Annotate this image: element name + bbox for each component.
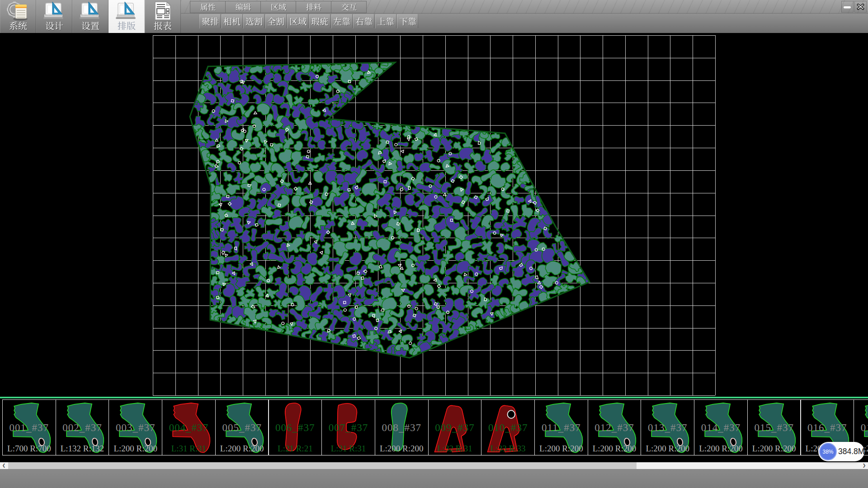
part-thumbnail[interactable]: 012_#37 L:200 R:200 <box>588 399 642 455</box>
part-thumbnail[interactable]: 013_#37 L:200 R:200 <box>641 399 694 455</box>
part-lr-count: L:200 R:200 <box>694 444 747 454</box>
part-label: 016_#37 <box>801 422 854 434</box>
toolbar-button-system[interactable] <box>0 0 36 33</box>
part-thumbnail[interactable]: 006_#37 L:21 R:21 <box>269 399 322 455</box>
status-bar <box>0 469 868 488</box>
memory-badge[interactable]: 38% 384.8M <box>818 442 864 461</box>
part-thumbnail[interactable]: 009_#37 L:32 R:31 <box>428 399 482 455</box>
minimize-icon <box>842 1 853 12</box>
scrollbar-right-arrow[interactable]: ❯ <box>860 462 868 469</box>
action-button-label <box>202 17 219 26</box>
part-thumbnail[interactable]: 001_#37 L:700 R:700 <box>2 399 56 455</box>
part-thumbnail[interactable]: 011_#37 L:200 R:200 <box>534 399 588 455</box>
part-lr-count: L:700 R:700 <box>3 444 56 454</box>
part-thumbnail[interactable]: 005_#37 L:200 R:200 <box>215 399 269 455</box>
action-button-label <box>377 17 394 26</box>
main-toolbar-buttons <box>0 0 181 33</box>
ribbon <box>181 0 868 33</box>
action-button-cut-all[interactable] <box>265 14 287 28</box>
part-thumbnail[interactable]: 014_#37 L:200 R:200 <box>694 399 748 455</box>
part-lr-count: L:200 R:200 <box>216 444 269 454</box>
action-button-label <box>223 17 241 26</box>
settings-icon <box>79 1 102 21</box>
toolbar-button-label <box>9 21 27 30</box>
tab-label <box>341 3 357 11</box>
part-label: 011_#37 <box>535 422 588 434</box>
part-lr-count: L:33 R:33 <box>481 444 534 454</box>
scrollbar-thumb[interactable] <box>8 462 637 469</box>
part-label: 017_#37 <box>854 422 868 434</box>
action-button-snap-up[interactable] <box>375 14 396 28</box>
close-icon <box>855 1 866 12</box>
horizontal-scrollbar[interactable]: ❮ ❯ <box>0 462 868 469</box>
menu-tabs <box>190 1 366 13</box>
part-thumbnail[interactable]: 002_#37 L:132 R:132 <box>56 399 109 455</box>
part-thumbnail[interactable]: 010_#37 L:33 R:33 <box>481 399 535 455</box>
action-button-snap-right[interactable] <box>353 14 374 28</box>
window-controls <box>840 1 867 13</box>
action-button-region[interactable] <box>287 14 308 28</box>
part-thumbnail[interactable]: 007_#37 L:31 R:31 <box>321 399 375 455</box>
part-label: 001_#37 <box>3 422 56 434</box>
part-label: 015_#37 <box>748 422 801 434</box>
part-lr-count: L:132 R:132 <box>56 444 109 454</box>
tab-region[interactable] <box>260 1 296 13</box>
toolbar-button-design[interactable] <box>36 0 72 33</box>
part-thumbnail[interactable]: 003_#37 L:200 R:200 <box>108 399 162 455</box>
part-label: 007_#37 <box>322 422 375 434</box>
part-lr-count: L:200 R:200 <box>588 444 641 454</box>
part-thumbnail[interactable]: 008_#37 L:200 R:200 <box>375 399 429 455</box>
action-button-select-cut[interactable] <box>243 14 264 28</box>
action-button-snap-down[interactable] <box>397 14 418 28</box>
memory-percent-circle: 38% <box>819 443 837 460</box>
menu-tab-row <box>181 0 868 14</box>
action-button-label <box>289 17 307 26</box>
toolbar-button-label <box>45 21 63 30</box>
part-label: 009_#37 <box>429 422 481 434</box>
toolbar-button-label <box>118 21 136 30</box>
design-icon <box>42 1 66 21</box>
part-lr-count: L:200 R:200 <box>535 444 588 454</box>
part-lr-count: L:200 R:200 <box>109 444 162 454</box>
toolbar-button-settings[interactable] <box>72 0 108 33</box>
action-button-defect[interactable] <box>309 14 330 28</box>
part-thumbnail[interactable]: 015_#37 L:200 R:200 <box>747 399 801 455</box>
part-lr-count: L:21 R:21 <box>269 444 322 454</box>
tab-properties[interactable] <box>190 1 226 13</box>
tab-label <box>200 3 216 11</box>
strip-separator-line <box>0 397 868 398</box>
action-button-label <box>355 17 373 26</box>
part-lr-count: L:32 R:31 <box>429 444 481 454</box>
layout-icon <box>115 1 138 21</box>
toolbar-button-label <box>154 21 172 30</box>
part-lr-count: L:200 R:200 <box>375 444 428 454</box>
part-label: 013_#37 <box>641 422 694 434</box>
parts-strip: 001_#37 L:700 R:700 002_#37 L:132 R:132 … <box>0 399 868 455</box>
minimize-button[interactable] <box>841 1 854 13</box>
report-icon <box>151 1 175 21</box>
action-button-label <box>399 17 416 26</box>
scrollbar-left-arrow[interactable]: ❮ <box>0 462 8 469</box>
close-button[interactable] <box>854 1 867 13</box>
action-button-cluster-nest[interactable] <box>199 14 221 28</box>
action-button-label <box>245 17 263 26</box>
memory-percent: 38% <box>822 449 833 455</box>
part-label: 005_#37 <box>216 422 269 434</box>
tab-interact[interactable] <box>331 1 367 13</box>
part-lr-count: L:200 R:200 <box>748 444 801 454</box>
toolbar-button-label <box>81 21 99 30</box>
action-buttons <box>199 14 419 28</box>
part-thumbnail[interactable]: 004_#37 L:31 R:31 <box>162 399 216 455</box>
part-label: 010_#37 <box>481 422 534 434</box>
action-button-snap-left[interactable] <box>331 14 353 28</box>
tab-nesting[interactable] <box>296 1 331 13</box>
tab-edit[interactable] <box>225 1 261 13</box>
tab-label <box>236 3 251 11</box>
toolbar-button-layout[interactable] <box>108 0 145 33</box>
action-button-camera[interactable] <box>222 14 243 28</box>
tab-label <box>271 3 286 11</box>
toolbar-button-report[interactable] <box>145 0 181 33</box>
part-label: 012_#37 <box>588 422 641 434</box>
system-icon <box>6 1 30 21</box>
tab-label <box>306 3 321 11</box>
